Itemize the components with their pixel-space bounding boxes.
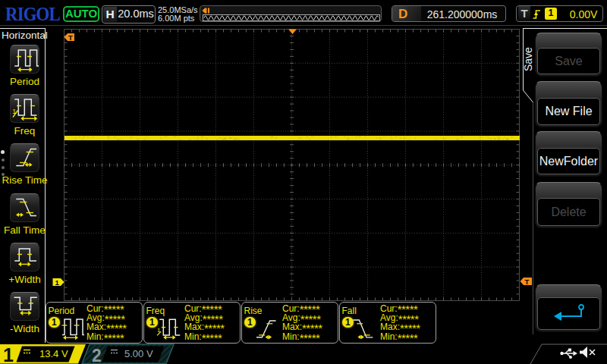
svg-text:1: 1 bbox=[55, 278, 60, 287]
svg-text:5.00 V: 5.00 V bbox=[124, 348, 153, 359]
svg-text:13.4 V: 13.4 V bbox=[39, 348, 68, 359]
svg-text:1: 1 bbox=[3, 344, 14, 364]
svg-text:2: 2 bbox=[92, 346, 102, 364]
svg-text:1: 1 bbox=[157, 327, 161, 334]
svg-text:T: T bbox=[68, 33, 73, 42]
svg-text:1: 1 bbox=[12, 108, 16, 115]
